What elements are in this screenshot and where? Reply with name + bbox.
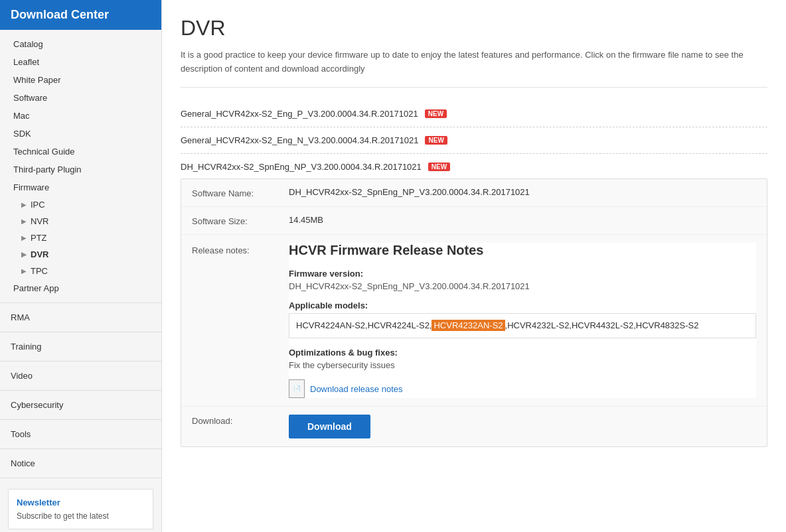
download-label: Download: [192,415,278,426]
download-value: Download [289,415,756,438]
sidebar-item-leaflet[interactable]: Leaflet [0,53,161,71]
optimizations-label: Optimizations & bug fixes: [289,348,756,358]
sidebar-item-partner-app[interactable]: Partner App [0,279,161,297]
sidebar-item-white-paper[interactable]: White Paper [0,71,161,89]
software-name-row: Software Name: DH_HCVR42xx-S2_SpnEng_NP_… [181,179,767,207]
firmware-item-2[interactable]: General_HCVR42xx-S2_Eng_N_V3.200.0004.34… [181,127,767,154]
sidebar-item-cybersecurity[interactable]: Cybersecurity [0,395,161,415]
newsletter-title: Newsletter [17,498,145,507]
optimizations-value: Fix the cybersecurity issues [289,360,756,370]
newsletter-text: Subscribe to get the latest [17,511,145,521]
sidebar-item-tpc[interactable]: ▶ TPC [0,263,161,279]
sidebar-item-software[interactable]: Software [0,89,161,107]
release-notes-label: Release notes: [192,243,278,255]
newsletter-box: Newsletter Subscribe to get the latest [8,489,153,529]
new-badge-3: NEW [428,163,450,171]
download-row: Download: Download [181,407,767,446]
software-name-value: DH_HCVR42xx-S2_SpnEng_NP_V3.200.0004.34.… [289,187,756,197]
release-notes-content: HCVR Firmware Release Notes Firmware ver… [289,243,756,399]
sidebar-section-video: Video [0,362,161,391]
chevron-icon: ▶ [21,218,27,225]
firmware-item-1[interactable]: General_HCVR42xx-S2_Eng_P_V3.200.0004.34… [181,101,767,127]
firmware-name-2: General_HCVR42xx-S2_Eng_N_V3.200.0004.34… [181,135,418,145]
sidebar-section-tools: Tools [0,420,161,449]
detail-panel: Software Name: DH_HCVR42xx-S2_SpnEng_NP_… [181,178,767,448]
chevron-icon: ▶ [21,234,27,241]
download-button[interactable]: Download [289,415,370,438]
sidebar-item-firmware[interactable]: Firmware [0,178,161,196]
sidebar-item-tools[interactable]: Tools [0,424,161,444]
sidebar-item-notice[interactable]: Notice [0,453,161,474]
models-before-highlight: HCVR4224AN-S2,HCVR4224L-S2, [296,320,432,330]
sidebar-item-ptz[interactable]: ▶ PTZ [0,230,161,246]
doc-icon: 📄 [289,379,305,398]
sidebar: Download Center Catalog Leaflet White Pa… [0,0,162,532]
sidebar-item-third-party-plugin[interactable]: Third-party Plugin [0,161,161,178]
sidebar-item-technical-guide[interactable]: Technical Guide [0,143,161,161]
firmware-name-1: General_HCVR42xx-S2_Eng_P_V3.200.0004.34… [181,109,418,119]
rn-title: HCVR Firmware Release Notes [289,243,756,258]
applicable-models-box: HCVR4224AN-S2,HCVR4224L-S2,HCVR4232AN-S2… [289,313,756,339]
sidebar-item-catalog[interactable]: Catalog [0,35,161,53]
download-notes-link[interactable]: 📄 Download release notes [289,379,756,398]
models-after-highlight: ,HCVR4232L-S2,HCVR4432L-S2,HCVR4832S-S2 [505,320,699,330]
firmware-version-value: DH_HCVR42xx-S2_SpnEng_NP_V3.200.0004.34.… [289,281,756,291]
sidebar-item-nvr[interactable]: ▶ NVR [0,213,161,230]
page-description: It is a good practice to keep your devic… [181,48,767,88]
sidebar-section-cybersecurity: Cybersecurity [0,391,161,420]
software-size-label: Software Size: [192,215,278,226]
firmware-name-3: DH_HCVR42xx-S2_SpnEng_NP_V3.200.0004.34.… [181,162,422,172]
sidebar-item-dvr[interactable]: ▶ DVR [0,246,161,263]
new-badge-1: NEW [425,109,447,118]
firmware-version-label: Firmware version: [289,269,756,279]
chevron-icon: ▶ [21,201,27,208]
sidebar-header[interactable]: Download Center [0,0,161,30]
software-size-row: Software Size: 14.45MB [181,207,767,235]
applicable-models-label: Applicable models: [289,300,756,310]
sidebar-item-rma[interactable]: RMA [0,307,161,328]
sidebar-item-ipc[interactable]: ▶ IPC [0,196,161,213]
chevron-icon: ▶ [21,251,27,258]
sidebar-item-video[interactable]: Video [0,366,161,386]
download-notes-text: Download release notes [310,384,402,394]
chevron-icon: ▶ [21,267,27,275]
firmware-item-3[interactable]: DH_HCVR42xx-S2_SpnEng_NP_V3.200.0004.34.… [181,154,767,176]
main-content: DVR It is a good practice to keep your d… [162,0,786,532]
release-notes-row: Release notes: HCVR Firmware Release Not… [181,235,767,407]
sidebar-section-training: Training [0,332,161,362]
model-highlight: HCVR4232AN-S2 [432,320,505,331]
sidebar-section-rma: RMA [0,303,161,332]
page-title: DVR [181,16,767,40]
sidebar-nav: Catalog Leaflet White Paper Software Mac… [0,30,161,303]
sidebar-section-notice: Notice [0,449,161,478]
new-badge-2: NEW [425,136,447,145]
sidebar-item-training[interactable]: Training [0,336,161,357]
software-name-label: Software Name: [192,187,278,198]
sidebar-item-mac[interactable]: Mac [0,107,161,125]
software-size-value: 14.45MB [289,215,756,225]
sidebar-item-sdk[interactable]: SDK [0,125,161,143]
